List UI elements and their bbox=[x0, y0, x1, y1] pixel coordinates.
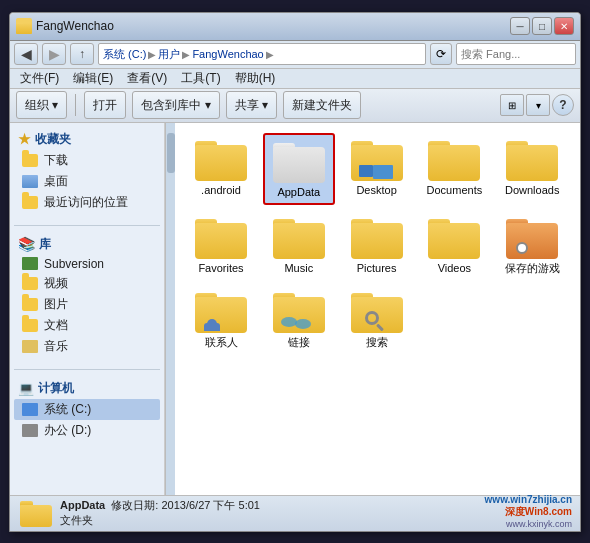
sidebar: ★ 收藏夹 下载 桌面 最近访问的位置 bbox=[10, 123, 165, 495]
sidebar-item-drive-c[interactable]: 系统 (C:) bbox=[14, 399, 160, 420]
include-lib-label: 包含到库中 ▾ bbox=[141, 97, 210, 114]
video-folder-icon bbox=[22, 277, 38, 290]
sidebar-divider-2 bbox=[14, 369, 160, 370]
status-info: AppData 修改日期: 2013/6/27 下午 5:01 文件夹 bbox=[60, 498, 260, 528]
share-label: 共享 ▾ bbox=[235, 97, 268, 114]
organize-button[interactable]: 组织 ▾ bbox=[16, 91, 67, 119]
menu-view[interactable]: 查看(V) bbox=[121, 69, 173, 88]
list-item[interactable]: Desktop bbox=[341, 133, 413, 205]
watermark: www.win7zhijia.cn 深度Win8.com www.kxinyk.… bbox=[485, 494, 572, 529]
file-label-search: 搜索 bbox=[366, 336, 388, 349]
computer-section: 💻 计算机 系统 (C:) 办公 (D:) bbox=[14, 378, 160, 441]
folder-android-icon bbox=[195, 137, 247, 181]
new-folder-button[interactable]: 新建文件夹 bbox=[283, 91, 361, 119]
breadcrumb-system[interactable]: 系统 (C:) bbox=[103, 47, 146, 62]
breadcrumb-fangwenchao[interactable]: FangWenchao bbox=[192, 48, 263, 60]
watermark-line2: 深度Win8.com bbox=[485, 505, 572, 519]
status-type: 文件夹 bbox=[60, 513, 260, 528]
sidebar-item-drive-d[interactable]: 办公 (D:) bbox=[14, 420, 160, 441]
file-label-contacts: 联系人 bbox=[205, 336, 238, 349]
list-item[interactable]: Downloads bbox=[496, 133, 568, 205]
search-box: 🔍 bbox=[456, 43, 576, 65]
folder-music-icon bbox=[273, 215, 325, 259]
sidebar-item-downloads[interactable]: 下载 bbox=[14, 150, 160, 171]
list-item[interactable]: Music bbox=[263, 211, 335, 279]
desktop-icon bbox=[22, 175, 38, 188]
file-label-links: 链接 bbox=[288, 336, 310, 349]
open-button[interactable]: 打开 bbox=[84, 91, 126, 119]
folder-downloads-icon bbox=[506, 137, 558, 181]
library-title[interactable]: 📚 库 bbox=[14, 234, 160, 255]
share-button[interactable]: 共享 ▾ bbox=[226, 91, 277, 119]
sidebar-item-pictures[interactable]: 图片 bbox=[14, 294, 160, 315]
drive-c-icon bbox=[22, 403, 38, 416]
documents-folder-icon bbox=[22, 319, 38, 332]
back-button[interactable]: ◀ bbox=[14, 43, 38, 65]
menu-help[interactable]: 帮助(H) bbox=[229, 69, 282, 88]
title-bar-buttons: ─ □ ✕ bbox=[510, 17, 574, 35]
file-label-android: .android bbox=[201, 184, 241, 197]
view-buttons: ⊞ ▾ ? bbox=[500, 94, 574, 116]
list-item[interactable]: .android bbox=[185, 133, 257, 205]
list-item[interactable]: AppData bbox=[263, 133, 335, 205]
close-button[interactable]: ✕ bbox=[554, 17, 574, 35]
minimize-button[interactable]: ─ bbox=[510, 17, 530, 35]
drive-d-icon bbox=[22, 424, 38, 437]
refresh-button[interactable]: ⟳ bbox=[430, 43, 452, 65]
include-library-button[interactable]: 包含到库中 ▾ bbox=[132, 91, 219, 119]
sidebar-item-music[interactable]: 音乐 bbox=[14, 336, 160, 357]
list-item[interactable]: Videos bbox=[418, 211, 490, 279]
folder-desktop-icon bbox=[351, 137, 403, 181]
files-grid: .android AppData bbox=[185, 133, 570, 354]
recent-folder-icon bbox=[22, 196, 38, 209]
search-input[interactable] bbox=[461, 48, 590, 60]
help-button[interactable]: ? bbox=[552, 94, 574, 116]
view-mode-button[interactable]: ⊞ bbox=[500, 94, 524, 116]
address-bar: ◀ ▶ ↑ 系统 (C:) ▶ 用户 ▶ FangWenchao ▶ ⟳ 🔍 bbox=[10, 41, 580, 69]
sidebar-item-documents[interactable]: 文档 bbox=[14, 315, 160, 336]
status-folder-icon bbox=[20, 499, 52, 527]
list-item[interactable]: Documents bbox=[418, 133, 490, 205]
folder-games-icon bbox=[506, 215, 558, 259]
title-bar: FangWenchao ─ □ ✕ bbox=[10, 13, 580, 41]
status-bar: AppData 修改日期: 2013/6/27 下午 5:01 文件夹 www.… bbox=[10, 495, 580, 531]
breadcrumb[interactable]: 系统 (C:) ▶ 用户 ▶ FangWenchao ▶ bbox=[98, 43, 426, 65]
folder-contacts-icon bbox=[195, 289, 247, 333]
favorites-title[interactable]: ★ 收藏夹 bbox=[14, 129, 160, 150]
main-content: ★ 收藏夹 下载 桌面 最近访问的位置 bbox=[10, 123, 580, 495]
sidebar-item-desktop[interactable]: 桌面 bbox=[14, 171, 160, 192]
organize-label: 组织 ▾ bbox=[25, 97, 58, 114]
maximize-button[interactable]: □ bbox=[532, 17, 552, 35]
sidebar-container: ★ 收藏夹 下载 桌面 最近访问的位置 bbox=[10, 123, 175, 495]
menu-file[interactable]: 文件(F) bbox=[14, 69, 65, 88]
sidebar-item-subversion[interactable]: Subversion bbox=[14, 255, 160, 273]
favorites-section: ★ 收藏夹 下载 桌面 最近访问的位置 bbox=[14, 129, 160, 213]
list-item[interactable]: Favorites bbox=[185, 211, 257, 279]
menu-tools[interactable]: 工具(T) bbox=[175, 69, 226, 88]
computer-title[interactable]: 💻 计算机 bbox=[14, 378, 160, 399]
status-name: AppData 修改日期: 2013/6/27 下午 5:01 bbox=[60, 498, 260, 513]
explorer-window: FangWenchao ─ □ ✕ ◀ ▶ ↑ 系统 (C:) ▶ 用户 ▶ F… bbox=[9, 12, 581, 532]
up-button[interactable]: ↑ bbox=[70, 43, 94, 65]
menu-edit[interactable]: 编辑(E) bbox=[67, 69, 119, 88]
open-label: 打开 bbox=[93, 97, 117, 114]
list-item[interactable]: 联系人 bbox=[185, 285, 257, 353]
folder-search-icon bbox=[351, 289, 403, 333]
file-label-desktop: Desktop bbox=[356, 184, 396, 197]
sidebar-item-recent[interactable]: 最近访问的位置 bbox=[14, 192, 160, 213]
forward-button[interactable]: ▶ bbox=[42, 43, 66, 65]
pictures-folder-icon bbox=[22, 298, 38, 311]
file-label-pictures: Pictures bbox=[357, 262, 397, 275]
list-item[interactable]: 链接 bbox=[263, 285, 335, 353]
list-item[interactable]: 搜索 bbox=[341, 285, 413, 353]
list-item[interactable]: 保存的游戏 bbox=[496, 211, 568, 279]
watermark-line1: www.win7zhijia.cn bbox=[485, 494, 572, 505]
list-item[interactable]: Pictures bbox=[341, 211, 413, 279]
file-label-documents: Documents bbox=[427, 184, 483, 197]
sidebar-item-video[interactable]: 视频 bbox=[14, 273, 160, 294]
breadcrumb-users[interactable]: 用户 bbox=[158, 47, 180, 62]
sidebar-scroll-thumb[interactable] bbox=[167, 133, 175, 173]
toolbar: 组织 ▾ 打开 包含到库中 ▾ 共享 ▾ 新建文件夹 ⊞ ▾ ? bbox=[10, 89, 580, 123]
sidebar-scrollbar[interactable] bbox=[165, 123, 175, 495]
view-dropdown-button[interactable]: ▾ bbox=[526, 94, 550, 116]
